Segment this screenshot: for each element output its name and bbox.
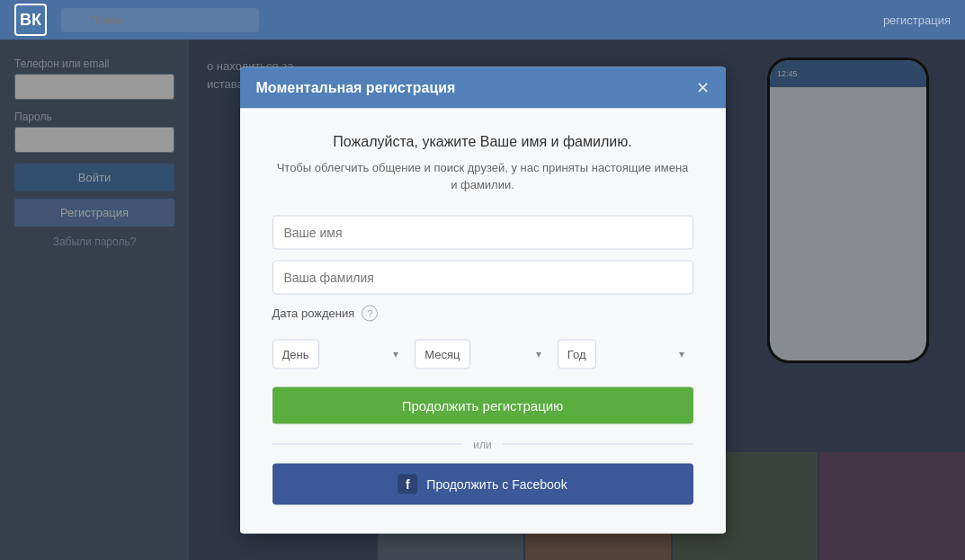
main-content: Телефон или email Пароль Войти Регистрац… [0,40,965,560]
modal-close-button[interactable]: ✕ [696,79,710,95]
or-line-left [273,444,463,445]
modal-headline: Пожалуйста, укажите Ваше имя и фамилию. [273,133,693,149]
dob-help-icon[interactable]: ? [362,305,378,321]
modal-header: Моментальная регистрация ✕ [240,67,726,108]
search-wrapper: 🔍 [61,8,259,32]
modal-body: Пожалуйста, укажите Ваше имя и фамилию. … [240,108,726,533]
first-name-input[interactable] [273,215,693,249]
continue-button[interactable]: Продолжить регистрацию [273,387,693,423]
dob-label-row: Дата рождения ? [273,305,693,321]
day-select[interactable]: День [273,339,319,369]
modal-subtext: Чтобы облегчить общение и поиск друзей, … [273,158,693,193]
facebook-button[interactable]: f Продолжить с Facebook [273,463,693,504]
registration-link[interactable]: регистрация [883,13,951,27]
last-name-input[interactable] [273,260,693,294]
or-divider: или [273,438,693,450]
modal-title: Моментальная регистрация [256,79,456,95]
vk-logo: ВК [14,4,47,36]
dob-selects: День Месяц Год [273,339,693,369]
dob-label: Дата рождения [273,307,355,320]
day-select-wrap: День [273,339,408,369]
top-navigation: ВК 🔍 регистрация [0,0,965,40]
facebook-icon: f [398,474,417,493]
year-select[interactable]: Год [558,339,596,369]
registration-modal: Моментальная регистрация ✕ Пожалуйста, у… [240,67,726,533]
or-line-right [503,444,693,445]
year-select-wrap: Год [558,339,693,369]
month-select[interactable]: Месяц [415,339,470,369]
search-input[interactable] [61,8,259,32]
or-text: или [473,438,491,450]
month-select-wrap: Месяц [415,339,550,369]
facebook-button-label: Продолжить с Facebook [426,476,567,491]
